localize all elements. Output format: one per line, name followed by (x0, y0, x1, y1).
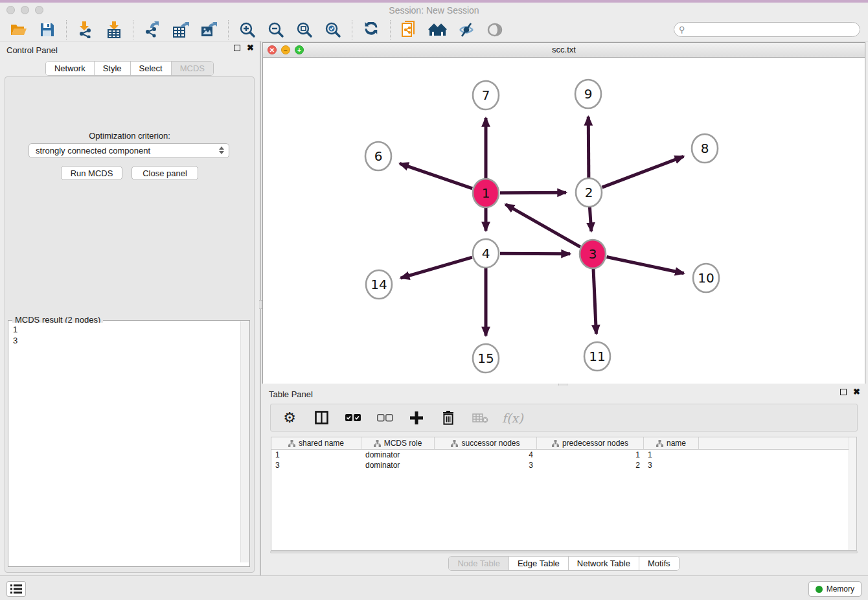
unselect-all-checks-icon[interactable] (375, 409, 394, 427)
column-header-predecessor-nodes[interactable]: predecessor nodes (537, 437, 644, 449)
run-mcds-button[interactable]: Run MCDS (61, 166, 122, 180)
node-4[interactable]: 4 (473, 239, 499, 268)
edge-2-8[interactable] (602, 156, 684, 187)
create-column-icon[interactable] (407, 409, 426, 427)
status-bar: Memory (0, 575, 868, 600)
save-session-icon[interactable] (38, 21, 57, 39)
network-from-file-icon[interactable] (400, 21, 419, 39)
table-cell[interactable]: 2 (537, 460, 644, 470)
show-column-icon[interactable] (312, 409, 331, 427)
node-2[interactable]: 2 (576, 178, 602, 207)
node-10[interactable]: 10 (693, 264, 719, 292)
table-cell[interactable]: 3 (435, 460, 537, 470)
network-view-titlebar[interactable]: ✕ − + scc.txt (263, 43, 865, 58)
mcds-result-text[interactable]: 1 3 (9, 323, 241, 562)
column-header-shared-name[interactable]: shared name (271, 437, 361, 449)
node-11[interactable]: 11 (584, 342, 610, 371)
column-header-MCDS-role[interactable]: MCDS role (361, 437, 435, 449)
node-7[interactable]: 7 (473, 81, 499, 110)
tab-edge-table[interactable]: Edge Table (509, 557, 569, 570)
result-scrollbar[interactable] (240, 321, 249, 562)
table-cell[interactable]: 3 (271, 460, 361, 470)
edge-3-10[interactable] (607, 257, 684, 273)
close-panel-icon[interactable]: ✖ (247, 45, 254, 51)
import-table-icon[interactable] (104, 21, 124, 39)
tab-select[interactable]: Select (131, 62, 172, 75)
memory-button[interactable]: Memory (808, 581, 862, 597)
table-row[interactable]: 3dominator323 (271, 460, 856, 470)
open-session-icon[interactable] (9, 21, 29, 39)
edge-3-11[interactable] (593, 268, 596, 334)
table-resize-strip[interactable] (270, 551, 858, 553)
node-label: 7 (482, 87, 490, 103)
select-all-checks-icon[interactable] (343, 409, 363, 427)
zoom-selected-icon[interactable] (323, 21, 343, 39)
edge-2-3[interactable] (589, 207, 591, 231)
node-3[interactable]: 3 (580, 240, 606, 268)
zoom-fit-icon[interactable] (295, 21, 314, 39)
edge-4-14[interactable] (401, 257, 472, 278)
column-sort-icon[interactable] (288, 440, 295, 447)
node-label: 4 (482, 246, 490, 261)
close-panel-icon[interactable]: ✖ (853, 389, 860, 395)
column-header-successor-nodes[interactable]: successor nodes (435, 437, 537, 449)
edge-3-1[interactable] (505, 204, 580, 247)
hide-selected-icon[interactable] (457, 21, 476, 39)
column-header-name[interactable]: name (644, 437, 699, 449)
table-cell[interactable]: 3 (644, 460, 699, 470)
zoom-in-icon[interactable] (238, 21, 257, 39)
tab-node-table[interactable]: Node Table (449, 557, 509, 570)
table-row[interactable]: 1dominator411 (271, 450, 856, 460)
node-table: shared nameMCDS rolesuccessor nodesprede… (271, 437, 857, 551)
delete-column-icon[interactable] (439, 409, 458, 427)
edge-2-9[interactable] (588, 117, 589, 178)
export-network-icon[interactable] (143, 21, 162, 39)
table-scrollbar[interactable] (849, 437, 856, 550)
edge-1-6[interactable] (400, 163, 472, 188)
app-title: Session: New Session (0, 5, 868, 16)
node-6[interactable]: 6 (365, 142, 391, 170)
tab-style[interactable]: Style (95, 62, 131, 75)
optimization-criterion-select[interactable]: strongly connected component (29, 143, 229, 158)
export-image-icon[interactable] (200, 21, 219, 39)
table-cell[interactable]: 1 (644, 450, 699, 460)
node-14[interactable]: 14 (366, 270, 392, 299)
table-cell[interactable]: dominator (361, 460, 435, 470)
table-cell[interactable]: 4 (435, 450, 537, 460)
function-builder-icon: f(x) (502, 411, 523, 425)
column-sort-icon[interactable] (552, 440, 559, 447)
zoom-out-icon[interactable] (266, 21, 286, 39)
import-network-icon[interactable] (76, 21, 95, 39)
edge-4-3[interactable] (500, 253, 570, 254)
control-panel-title: Control Panel (6, 45, 58, 55)
node-8[interactable]: 8 (692, 134, 718, 163)
tab-network[interactable]: Network (46, 62, 95, 75)
node-9[interactable]: 9 (575, 80, 601, 108)
network-canvas[interactable]: 7968124314101511 (263, 58, 865, 384)
tab-motifs[interactable]: Motifs (639, 557, 679, 570)
column-sort-icon[interactable] (374, 440, 381, 447)
node-1[interactable]: 1 (473, 179, 499, 207)
node-label: 11 (589, 349, 605, 364)
column-sort-icon[interactable] (451, 440, 458, 447)
close-panel-button[interactable]: Close panel (131, 166, 198, 180)
column-sort-icon[interactable] (656, 440, 663, 447)
column-header-label: MCDS role (384, 439, 422, 448)
export-table-icon[interactable] (171, 21, 190, 39)
table-cell[interactable]: 1 (271, 450, 361, 460)
first-neighbors-icon[interactable] (428, 21, 448, 39)
show-all-icon[interactable] (485, 21, 505, 39)
tab-mcds[interactable]: MCDS (172, 62, 213, 75)
table-options-gear-icon[interactable]: ⚙ (280, 409, 299, 427)
optimization-criterion-label: Optimization criterion: (0, 131, 259, 141)
node-15[interactable]: 15 (473, 344, 499, 373)
table-cell[interactable]: dominator (361, 450, 435, 460)
refresh-layout-icon[interactable] (361, 21, 381, 39)
edge-1-2[interactable] (500, 192, 566, 193)
search-input[interactable] (674, 22, 860, 37)
float-panel-icon[interactable] (234, 45, 240, 51)
tab-network-table[interactable]: Network Table (569, 557, 639, 570)
float-panel-icon[interactable] (840, 389, 847, 395)
task-history-button[interactable] (6, 581, 26, 597)
table-cell[interactable]: 1 (537, 450, 644, 460)
